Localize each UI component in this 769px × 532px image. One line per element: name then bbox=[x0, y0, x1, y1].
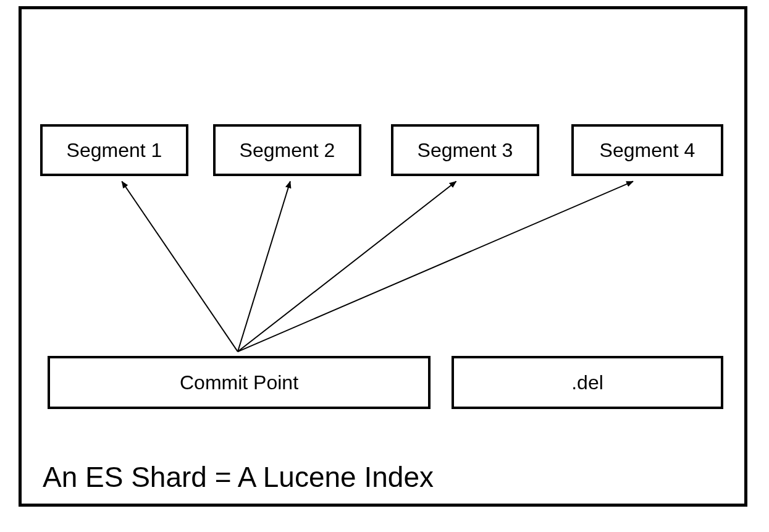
segment-2-label: Segment 2 bbox=[240, 139, 335, 162]
segment-2-box: Segment 2 bbox=[213, 124, 361, 176]
segment-1-label: Segment 1 bbox=[67, 139, 162, 162]
del-file-label: .del bbox=[571, 371, 603, 394]
arrow-to-segment-2 bbox=[238, 182, 290, 352]
segment-4-box: Segment 4 bbox=[571, 124, 723, 176]
segment-3-box: Segment 3 bbox=[391, 124, 539, 176]
segment-1-box: Segment 1 bbox=[40, 124, 188, 176]
diagram-caption: An ES Shard = A Lucene Index bbox=[43, 460, 434, 494]
commit-point-label: Commit Point bbox=[180, 371, 298, 394]
segment-4-label: Segment 4 bbox=[600, 139, 695, 162]
segment-3-label: Segment 3 bbox=[418, 139, 513, 162]
del-file-box: .del bbox=[452, 356, 723, 409]
arrow-to-segment-3 bbox=[238, 182, 456, 352]
arrow-to-segment-4 bbox=[238, 182, 633, 352]
diagram-container: Segment 1 Segment 2 Segment 3 Segment 4 … bbox=[19, 6, 747, 507]
arrows-svg bbox=[22, 9, 744, 504]
arrow-to-segment-1 bbox=[122, 182, 238, 352]
commit-point-box: Commit Point bbox=[48, 356, 431, 409]
